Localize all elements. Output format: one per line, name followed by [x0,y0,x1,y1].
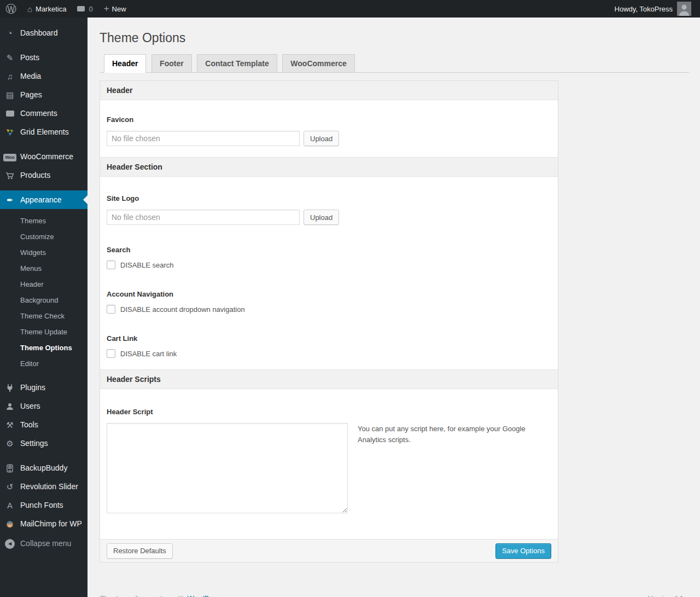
disable-account-nav-checkbox[interactable] [107,305,115,314]
sidebar-item-revolution-slider[interactable]: ↺ Revolution Slider [0,477,88,496]
site-name-label: Marketica [36,5,66,13]
wordpress-link[interactable]: WordPress [187,594,222,597]
header-script-note: You can put any script here, for example… [358,423,538,513]
version-label: Version 4.1 [648,594,684,597]
tab-footer[interactable]: Footer [151,54,192,73]
home-icon: ⌂ [27,4,32,14]
sidebar-item-comments[interactable]: Comments [0,104,88,123]
search-label: Search [107,246,551,254]
plus-icon: + [104,3,109,14]
submenu-item-theme-update[interactable]: Theme Update [0,324,88,340]
footer-thanks-text: Thank you for creating with WordPress. [100,594,224,597]
sidebar-item-media[interactable]: ♫ Media [0,67,88,85]
comment-bubble-icon [77,6,85,11]
sidebar-item-label: Punch Fonts [20,501,63,509]
header-script-label: Header Script [107,389,551,416]
page-footer: Thank you for creating with WordPress. V… [100,563,689,597]
media-icon: ♫ [4,72,15,80]
section-header-scripts-title: Header Scripts [100,369,558,389]
restore-defaults-button[interactable]: Restore Defaults [107,543,173,559]
submenu-item-menus[interactable]: Menus [0,260,88,276]
sidebar-item-plugins[interactable]: Plugins [0,378,88,397]
sidebar-item-label: Settings [20,439,48,448]
header-script-textarea[interactable] [107,423,348,513]
sidebar-item-label: Dashboard [20,28,58,37]
sidebar-item-appearance[interactable]: ✒ Appearance [0,190,88,209]
theme-options-tabs: Header Footer Contact Template WooCommer… [100,54,689,73]
save-options-button[interactable]: Save Options [495,543,551,559]
sidebar-item-punch-fonts[interactable]: A Punch Fonts [0,496,88,514]
tab-woocommerce[interactable]: WooCommerce [282,54,354,73]
pages-icon: ▤ [4,91,15,99]
sidebar-item-mailchimp[interactable]: MailChimp for WP [0,514,88,533]
sidebar-item-dashboard[interactable]: ◔ Dashboard [0,24,88,42]
appearance-brush-icon: ✒ [4,196,15,204]
sidebar-item-settings[interactable]: ⚙ Settings [0,434,88,453]
sidebar-item-posts[interactable]: ✎ Posts [0,48,88,67]
plugins-plug-icon [4,382,15,392]
favicon-file-input[interactable] [107,131,300,146]
users-person-icon [4,401,15,410]
sidebar-item-users[interactable]: Users [0,397,88,415]
submenu-item-header[interactable]: Header [0,276,88,292]
disable-cart-link-checkbox[interactable] [107,349,115,358]
disable-search-checkbox[interactable] [107,260,115,269]
site-logo-label: Site Logo [107,177,551,202]
sidebar-item-label: Tools [20,420,38,429]
sidebar-item-label: WooCommerce [20,152,73,161]
site-name-menu[interactable]: ⌂ Marketica [22,0,72,18]
sidebar-item-label: Pages [20,90,42,99]
my-account-menu[interactable]: Howdy, TokoPress [609,0,697,18]
sidebar-item-products[interactable]: Products [0,166,88,184]
submenu-item-theme-check[interactable]: Theme Check [0,308,88,324]
sidebar-item-backupbuddy[interactable]: BackupBuddy [0,459,88,477]
grid-elements-icon [4,127,15,136]
posts-pushpin-icon: ✎ [4,54,15,62]
tab-header[interactable]: Header [104,54,146,73]
favicon-upload-button[interactable]: Upload [304,131,339,146]
comment-count: 0 [89,5,92,13]
products-cart-icon [4,170,15,179]
submenu-item-editor[interactable]: Editor [0,356,88,372]
sidebar-item-grid-elements[interactable]: Grid Elements [0,123,88,141]
sidebar-item-label: Collapse menu [20,539,71,548]
footer-thanks-prefix: Thank you for creating with [100,594,185,597]
wordpress-logo-icon: Ⓦ [5,3,16,14]
main-content: Theme Options Header Footer Contact Temp… [88,0,700,597]
cart-link-label: Cart Link [107,334,551,343]
howdy-label: Howdy, TokoPress [615,5,673,13]
tab-contact-template[interactable]: Contact Template [197,54,277,73]
admin-bar: Ⓦ ⌂ Marketica 0 + New Howdy, TokoPress [0,0,700,18]
new-label: New [112,5,126,13]
disable-account-nav-label: DISABLE account dropdown navigation [120,305,245,314]
comments-menu[interactable]: 0 [72,0,98,18]
sidebar-item-label: Products [20,171,50,179]
section-header-section-title: Header Section [100,157,558,177]
comments-bubble-icon [4,109,15,118]
sidebar-item-pages[interactable]: ▤ Pages [0,85,88,104]
collapse-menu-icon: ◀ [4,538,15,549]
submenu-item-customize[interactable]: Customize [0,229,88,245]
sidebar-item-woocommerce[interactable]: Woo WooCommerce [0,147,88,166]
submenu-item-theme-options[interactable]: Theme Options [0,340,88,356]
collapse-menu-button[interactable]: ◀ Collapse menu [0,534,88,553]
site-logo-upload-button[interactable]: Upload [304,210,339,225]
new-content-menu[interactable]: + New [98,0,132,18]
submenu-item-background[interactable]: Background [0,292,88,308]
sidebar-item-label: Grid Elements [20,127,69,136]
avatar [677,2,691,16]
punch-fonts-letter-icon: A [4,501,15,509]
sidebar-item-tools[interactable]: ⚒ Tools [0,415,88,434]
submenu-item-themes[interactable]: Themes [0,213,88,229]
sidebar-item-label: Appearance [20,195,62,204]
sidebar-item-label: Posts [20,53,39,62]
sidebar-item-label: Media [20,72,41,80]
settings-sliders-icon: ⚙ [4,439,15,448]
panel-footer: Restore Defaults Save Options [100,539,558,562]
dashboard-icon: ◔ [4,29,15,37]
submenu-item-widgets[interactable]: Widgets [0,245,88,260]
account-navigation-label: Account Navigation [107,290,551,298]
disable-search-label: DISABLE search [120,261,174,269]
wordpress-logo-menu[interactable]: Ⓦ [0,0,22,18]
site-logo-file-input[interactable] [107,210,300,225]
